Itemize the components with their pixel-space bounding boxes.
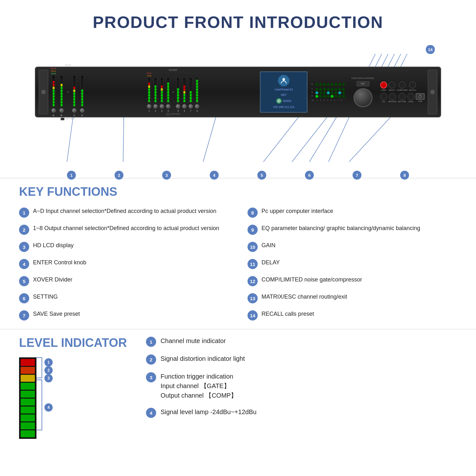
key-item-12: 12 COMP/LIMITED noise gate/compressor [248, 274, 457, 288]
out-meter-4 [167, 77, 170, 103]
key-item-6: 6 SETTING [19, 291, 228, 305]
ch-in-label: CH IN [65, 64, 71, 66]
out-knob-2[interactable] [153, 104, 158, 109]
level-item-1: 1 Channel mute indicator [146, 336, 457, 347]
out-knob-3[interactable] [160, 104, 164, 109]
out-knob-1[interactable] [147, 104, 151, 109]
delay-label: DELAY [389, 89, 395, 91]
input-channel-C: MUTE PEAK GATE [72, 68, 77, 117]
gain-button[interactable] [380, 82, 387, 89]
setting-label: SETTING [398, 101, 406, 102]
set-button[interactable]: SET [357, 81, 369, 86]
svg-line-12 [328, 117, 349, 162]
matrix-routing: D C [309, 81, 347, 104]
key-item-8: 8 Pc upper computer interface [248, 205, 457, 220]
out-knob-6[interactable] [182, 104, 187, 109]
out-meter-6 [183, 77, 186, 103]
globe-icon [276, 98, 282, 104]
svg-line-8 [203, 117, 216, 162]
level-callout-2: 2 [44, 366, 53, 374]
bracket-4 [36, 380, 42, 430]
function-control-area: FUNCTION CONTROL SET [349, 77, 377, 107]
level-num-3: 3 [146, 372, 156, 382]
recall-button[interactable] [409, 82, 416, 89]
key-item-1: 1 A~D Input channel selection*Defined ac… [19, 205, 228, 220]
matrix-dot [331, 91, 334, 94]
level-desc-3: Function trigger indication Input channe… [161, 372, 237, 400]
knob-C[interactable] [72, 108, 76, 113]
level-indicator-left: LEVEL INDICATOR [19, 336, 127, 439]
eq-button[interactable] [380, 93, 387, 100]
edit-btn[interactable] [61, 118, 64, 120]
matrix-dot [315, 83, 318, 86]
out-meter-3 [160, 77, 163, 103]
lcd-preset-label: UserPreset 01 [275, 88, 293, 92]
key-num-2: 2 [19, 225, 29, 235]
output-channel-5: MUTE COMP 5 [176, 72, 181, 112]
level-bar-visual [19, 357, 36, 439]
meter-D [81, 75, 84, 107]
svg-line-10 [292, 117, 327, 162]
output-channel-7: MUTE COMP 7 [188, 72, 193, 112]
bar-green-5 [21, 414, 35, 421]
function-control-label: FUNCTION CONTROL [351, 77, 374, 79]
delay-button[interactable] [388, 82, 395, 89]
out-meter-8 [195, 77, 199, 103]
matrix-dot [342, 91, 345, 94]
matrix-dot [334, 88, 337, 91]
output-channel-3: MUTE COMP 3 [159, 72, 164, 112]
usb-port[interactable] [416, 93, 425, 100]
matrix-dot [342, 83, 345, 86]
key-text-4: ENTER Control knob [33, 258, 86, 267]
key-text-2: 1~8 Output channel selection*Defined acc… [33, 224, 219, 233]
callout-7: 7 [353, 171, 361, 180]
key-item-2: 2 1~8 Output channel selection*Defined a… [19, 222, 228, 237]
matrix-dot-green [331, 95, 334, 98]
knob-D[interactable] [80, 108, 84, 113]
key-text-9: EQ parameter balancing/ graphic balancin… [261, 224, 420, 233]
matrix-dot [338, 83, 341, 86]
usb-label: USB [418, 100, 422, 102]
matrix-esc-label: MAT/ESC [388, 101, 397, 102]
matrix-dot [331, 83, 334, 86]
level-callout-1: 1 [44, 358, 53, 367]
setting-button[interactable] [399, 93, 406, 100]
gain-label: GAIN [381, 89, 386, 91]
out-knob-7[interactable] [188, 104, 193, 109]
svg-rect-18 [419, 96, 422, 98]
key-item-3: 3 HD LCD display [19, 239, 228, 254]
ch-out-label: CH OUT [169, 69, 177, 71]
matrix-esc-button[interactable] [389, 93, 396, 100]
key-text-6: SETTING [33, 293, 58, 301]
out-meter-1 [148, 77, 151, 103]
matrix-dot [327, 88, 330, 91]
matrix-dot [331, 88, 334, 91]
input-channel-D: MUTE PEAK GATE [80, 68, 85, 117]
callout-6: 6 [305, 171, 314, 180]
bar-green-2 [21, 391, 35, 398]
key-text-11: DELAY [261, 258, 280, 267]
out-knob-5[interactable] [176, 104, 180, 109]
lcd-display: UserPreset 01 NET IDI001 192.168.111.111 [260, 71, 307, 113]
out-knob-8[interactable] [195, 104, 199, 109]
key-functions-grid: 1 A~D Input channel selection*Defined ac… [19, 205, 457, 322]
key-num-6: 6 [19, 293, 29, 303]
out-meter-5 [176, 77, 180, 103]
key-item-4: 4 ENTER Control knob [19, 256, 228, 271]
matrix-dot [342, 88, 345, 91]
level-indicator-diagram: 1 2 3 4 [19, 357, 127, 439]
matrix-dot [338, 95, 341, 98]
key-num-1: 1 [19, 208, 29, 218]
comp-limit-button[interactable] [399, 82, 406, 89]
matrix-dot [323, 95, 326, 98]
key-text-7: SAVE Save preset [33, 310, 80, 318]
knob-B[interactable] [59, 108, 64, 113]
out-knob-4[interactable] [166, 104, 170, 109]
knob-A[interactable] [51, 108, 56, 113]
save-button[interactable] [407, 93, 414, 100]
enter-control-knob[interactable] [354, 88, 373, 107]
key-num-8: 8 [248, 208, 258, 218]
rack-ear-right [428, 70, 437, 114]
out-edit-btn[interactable] [166, 113, 170, 116]
level-num-4: 4 [146, 408, 156, 418]
